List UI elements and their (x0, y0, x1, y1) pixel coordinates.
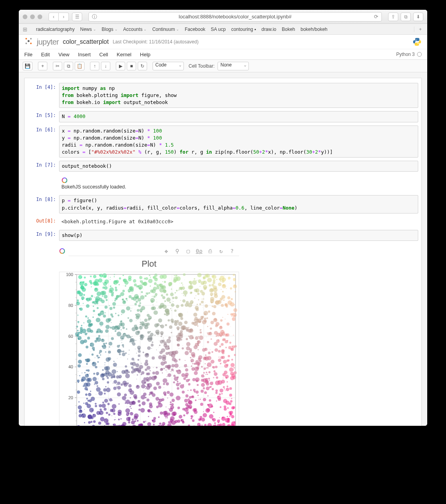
code-cell[interactable]: In [5]: N = 4000 (25, 109, 421, 124)
menu-file[interactable]: File (24, 52, 32, 57)
svg-point-1259 (126, 298, 127, 299)
pan-tool-icon[interactable]: ✥ (162, 247, 170, 255)
svg-point-1056 (167, 371, 167, 372)
bookmark-item[interactable]: Facebook (185, 27, 205, 32)
paste-button[interactable]: 📋 (75, 62, 85, 70)
restart-button[interactable]: ↻ (138, 62, 147, 70)
bookmark-item[interactable]: News⌄ (80, 27, 96, 32)
svg-point-740 (146, 292, 148, 294)
celltype-select[interactable]: Code (153, 62, 184, 70)
stop-button[interactable]: ■ (127, 62, 136, 70)
svg-point-1263 (160, 325, 161, 326)
celltoolbar-label: Cell Toolbar: (189, 63, 214, 69)
code-input[interactable]: N = 4000 (59, 111, 418, 122)
svg-point-753 (90, 345, 91, 346)
bookmark-item[interactable]: draw.io (261, 27, 276, 32)
svg-point-1585 (191, 395, 194, 398)
svg-point-1492 (178, 332, 182, 336)
bookmark-item[interactable]: Continuum⌄ (152, 27, 179, 32)
code-input[interactable]: import numpy as np from bokeh.plotting i… (59, 83, 418, 108)
back-button[interactable]: ‹ (49, 13, 59, 21)
svg-point-286 (179, 382, 181, 384)
bookmark-item[interactable]: bokeh/bokeh (300, 27, 327, 32)
move-down-button[interactable]: ↓ (101, 62, 110, 70)
minimize-icon[interactable] (30, 14, 35, 19)
code-cell[interactable]: In [7]: output_notebook() (25, 159, 421, 173)
forward-button[interactable]: › (59, 13, 69, 21)
cut-button[interactable]: ✂ (53, 62, 62, 70)
in-prompt: In [6]: (28, 126, 59, 158)
svg-point-824 (174, 350, 178, 354)
svg-point-607 (147, 312, 147, 312)
svg-point-229 (214, 394, 215, 395)
output-cell: BokehJS successfully loaded. (25, 173, 421, 194)
apps-icon[interactable]: ⊞ (23, 26, 27, 32)
save-tool-icon[interactable]: ⎙ (206, 247, 214, 255)
bookmark-item[interactable]: Blogs⌄ (102, 27, 118, 32)
bookmark-item[interactable]: SA ucp (211, 27, 226, 32)
notebook-name[interactable]: color_scatterplot (63, 38, 109, 45)
svg-point-802 (98, 391, 103, 395)
code-input[interactable]: x = np.random.random(size=N) * 100 y = n… (59, 126, 418, 158)
menu-view[interactable]: View (58, 52, 69, 57)
bookmark-item[interactable]: contouring ▪ (231, 27, 256, 32)
menu-help[interactable]: Help (140, 52, 151, 57)
menu-kernel[interactable]: Kernel (117, 52, 131, 57)
close-icon[interactable] (23, 14, 27, 19)
svg-point-1648 (181, 373, 185, 377)
svg-point-948 (152, 296, 153, 297)
bookmark-item[interactable]: Accounts⌄ (123, 27, 147, 32)
code-input[interactable]: show(p) (59, 230, 418, 241)
svg-point-1458 (147, 422, 151, 426)
svg-point-1550 (158, 416, 160, 418)
svg-point-1655 (86, 304, 90, 308)
svg-point-355 (205, 302, 205, 303)
svg-point-1384 (163, 411, 167, 415)
wheelzoom-tool-icon[interactable]: 0ρ (195, 247, 203, 255)
svg-point-1371 (135, 285, 136, 286)
share-icon[interactable]: ⇪ (388, 13, 398, 21)
help-tool-icon[interactable]: ? (228, 247, 236, 255)
zoom-icon[interactable] (38, 14, 42, 19)
save-button[interactable]: 💾 (23, 62, 32, 70)
svg-point-1453 (91, 352, 91, 352)
svg-point-1276 (148, 335, 153, 340)
svg-point-1684 (135, 348, 136, 349)
svg-point-1419 (140, 334, 144, 339)
menu-cell[interactable]: Cell (99, 52, 108, 57)
menu-edit[interactable]: Edit (41, 52, 50, 57)
sidebar-button[interactable]: ☰ (72, 13, 82, 21)
url-field[interactable]: ⓘ localhost:8888/notebooks/color_scatter… (88, 12, 382, 22)
menu-insert[interactable]: Insert (78, 52, 91, 57)
copy-button[interactable]: ⧉ (64, 62, 73, 70)
boxzoom-tool-icon[interactable]: ▢ (184, 247, 192, 255)
downloads-icon[interactable]: ⬇ (413, 13, 423, 21)
code-cell[interactable]: In [9]: show(p) (25, 228, 421, 242)
svg-point-1380 (209, 288, 214, 292)
zoom-tool-icon[interactable]: ⚲ (173, 247, 181, 255)
bookmark-item[interactable]: Bokeh (282, 27, 295, 32)
reset-tool-icon[interactable]: ↻ (217, 247, 225, 255)
svg-point-1279 (203, 387, 205, 389)
run-button[interactable]: ▶ (116, 62, 125, 70)
celltoolbar-select[interactable]: None (218, 62, 249, 70)
code-cell[interactable]: In [6]: x = np.random.random(size=N) * 1… (25, 124, 421, 160)
svg-point-427 (188, 327, 189, 328)
move-up-button[interactable]: ↑ (90, 62, 99, 70)
code-cell[interactable]: In [4]: import numpy as np from bokeh.pl… (25, 81, 421, 109)
svg-point-625 (201, 374, 204, 377)
reload-icon[interactable]: ⟳ (374, 14, 378, 20)
code-input[interactable]: p = figure() p.circle(x, y, radius=radii… (59, 195, 418, 213)
tabs-icon[interactable]: ⧉ (401, 13, 411, 21)
svg-point-1085 (162, 355, 166, 359)
insert-cell-button[interactable]: + (38, 62, 47, 70)
svg-point-376 (79, 375, 80, 376)
svg-point-258 (195, 336, 198, 340)
svg-point-1161 (171, 364, 174, 367)
code-input[interactable]: output_notebook() (59, 161, 418, 172)
code-cell[interactable]: In [8]: p = figure() p.circle(x, y, radi… (25, 194, 421, 215)
svg-point-979 (113, 413, 115, 414)
bookmark-item[interactable]: radicalcartography (36, 27, 75, 32)
new-tab-button[interactable]: + (414, 27, 423, 32)
plot-area[interactable]: 020406080100020406080100 (59, 272, 239, 426)
